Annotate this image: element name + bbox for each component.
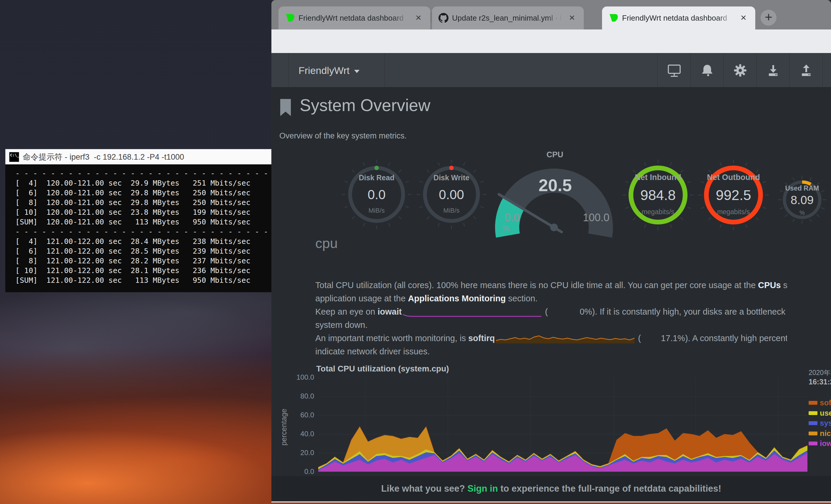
- terminal-line: - - - - - - - - - - - - - - - - - - - - …: [15, 169, 271, 178]
- page-title: System Overview: [300, 95, 430, 115]
- browser-toolbar: 不安全 192.168.2.1:19999/#menu_system_subme…: [271, 29, 831, 53]
- svg-text:Net Inbound: Net Inbound: [635, 173, 681, 182]
- legend-label: iowait: [820, 439, 831, 448]
- gauge-disk-write[interactable]: Disk Write0.00MiB/s: [413, 156, 490, 233]
- svg-text:8.09: 8.09: [791, 194, 813, 207]
- netdata-header: FriendlyWrt: [271, 53, 831, 88]
- import-icon[interactable]: [756, 53, 790, 88]
- cpu-utilization-chart[interactable]: [318, 378, 807, 472]
- chart-ytick: 20.0: [283, 449, 314, 457]
- svg-text:Used RAM: Used RAM: [785, 184, 819, 192]
- terminal-titlebar[interactable]: C:\_ 命令提示符 - iperf3 -c 192.168.1.2 -P4 -…: [5, 149, 271, 165]
- gauge-net-inbound[interactable]: Net Inbound984.8megabits/s: [618, 155, 698, 235]
- svg-text:984.8: 984.8: [640, 187, 676, 203]
- signin-bar: Like what you see? Sign in to experience…: [271, 476, 831, 501]
- alarms-icon[interactable]: [690, 53, 723, 88]
- gauge-net-outbound[interactable]: Net Outbound992.5megabits/s: [694, 155, 773, 235]
- legend-date: 2020年3: [809, 368, 831, 377]
- doc-link[interactable]: Applications Monitoring: [408, 294, 506, 303]
- terminal-line: [ 6] 121.00-122.00 sec 28.5 MBytes 239 M…: [15, 246, 271, 256]
- gauge-cpu-text: CPU: [537, 150, 573, 159]
- svg-text:992.5: 992.5: [716, 187, 751, 203]
- terminal-line: [ 4] 120.00-121.00 sec 29.9 MBytes 251 M…: [15, 178, 271, 188]
- terminal-output: - - - - - - - - - - - - - - - - - - - - …: [5, 165, 271, 292]
- svg-text:MiB/s: MiB/s: [443, 207, 460, 214]
- chart-ytick: 60.0: [283, 411, 314, 419]
- netdata-icon: [608, 13, 619, 23]
- chart-ytick: 0.0: [283, 468, 314, 476]
- tab-close-icon[interactable]: ×: [412, 12, 424, 24]
- svg-text:megabits/s: megabits/s: [641, 208, 674, 216]
- header-buttons: [657, 53, 823, 88]
- terminal-line: [SUM] 121.00-122.00 sec 113 MBytes 950 M…: [15, 275, 271, 285]
- cpu-description-line: indicate network driver issues.: [315, 345, 787, 358]
- inline-sparkline: [403, 308, 541, 318]
- tab-close-icon[interactable]: ×: [738, 12, 749, 24]
- legend-item-softirq[interactable]: softirq: [809, 398, 831, 407]
- chart-ytick: 100.0: [283, 373, 314, 382]
- chevron-down-icon: [354, 70, 360, 73]
- gauge-disk-read[interactable]: Disk Read0.0MiB/s: [338, 156, 415, 233]
- dashboard-content: System Overview Overview of the key syst…: [271, 88, 831, 476]
- legend-item-iowait[interactable]: iowait: [809, 439, 831, 448]
- terminal-line: [ 10] 120.00-121.00 sec 23.8 MBytes 199 …: [15, 207, 271, 217]
- legend-item-system[interactable]: system: [809, 419, 831, 427]
- browser-tab[interactable]: FriendlyWrt netdata dashboard×: [602, 6, 755, 29]
- legend-label: user: [820, 409, 831, 417]
- svg-text:Net Outbound: Net Outbound: [707, 173, 760, 182]
- github-icon: [438, 13, 449, 23]
- signin-suffix: to experience the full-range of netdata …: [498, 483, 721, 494]
- browser-window: + FriendlyWrt netdata dashboard×Update r…: [271, 0, 831, 503]
- cpu-description-line: An important metric worth monitoring, is…: [315, 332, 787, 345]
- cpu-description: Total CPU utilization (all cores). 100% …: [315, 279, 787, 358]
- legend-swatch: [809, 421, 818, 425]
- svg-text:MiB/s: MiB/s: [369, 207, 385, 214]
- tab-close-icon[interactable]: ×: [566, 12, 578, 24]
- tab-strip: + FriendlyWrt netdata dashboard×Update r…: [271, 0, 831, 29]
- settings-icon[interactable]: [723, 53, 756, 88]
- tab-title: FriendlyWrt netdata dashboard: [298, 13, 408, 23]
- terminal-line: [SUM] 120.00-121.00 sec 113 MBytes 950 M…: [15, 217, 271, 227]
- netdata-icon: [285, 13, 295, 23]
- legend-swatch: [809, 442, 818, 445]
- cpu-description-line: system down.: [315, 319, 787, 332]
- legend-label: softirq: [820, 398, 831, 407]
- browser-tab[interactable]: FriendlyWrt netdata dashboard×: [279, 6, 430, 29]
- tab-title: FriendlyWrt netdata dashboard: [622, 13, 734, 23]
- legend-swatch: [809, 432, 818, 435]
- new-tab-button[interactable]: +: [761, 10, 776, 26]
- legend-item-nice[interactable]: nice: [809, 429, 831, 438]
- chart-ytick: 80.0: [283, 392, 314, 400]
- terminal-window: C:\_ 命令提示符 - iperf3 -c 192.168.1.2 -P4 -…: [5, 149, 271, 292]
- page-subtitle: Overview of the key system metrics.: [279, 131, 407, 141]
- legend-swatch: [809, 411, 818, 415]
- tab-title: Update r2s_lean_minimal.yml · k: [452, 13, 562, 23]
- terminal-line: [ 10] 121.00-122.00 sec 28.1 MBytes 236 …: [15, 266, 271, 275]
- terminal-line: [ 4] 121.00-122.00 sec 28.4 MBytes 238 M…: [15, 237, 271, 246]
- svg-text:0.00: 0.00: [439, 187, 464, 202]
- svg-text:Disk Read: Disk Read: [359, 174, 395, 182]
- chart-title: Total CPU utilization (system.cpu): [316, 364, 449, 374]
- signin-prefix: Like what you see?: [381, 483, 467, 494]
- gauge-cpu-text: %: [497, 224, 515, 232]
- legend-swatch: [809, 401, 818, 405]
- terminal-line: [ 6] 120.00-121.00 sec 29.8 MBytes 250 M…: [15, 188, 271, 198]
- gauge-used-ram[interactable]: Used RAM8.09%: [774, 172, 830, 228]
- legend-item-user[interactable]: user: [809, 409, 831, 417]
- cmd-icon: C:\_: [9, 152, 19, 162]
- hostname-dropdown[interactable]: FriendlyWrt: [298, 53, 360, 88]
- section-heading-cpu: cpu: [315, 235, 338, 251]
- browser-tab[interactable]: Update r2s_lean_minimal.yml · k×: [432, 6, 584, 29]
- signin-link[interactable]: Sign in: [467, 483, 498, 494]
- terminal-line: [ 8] 120.00-121.00 sec 29.8 MBytes 250 M…: [15, 198, 271, 207]
- bookmark-icon: [279, 98, 292, 117]
- screen-icon[interactable]: [657, 53, 690, 88]
- terminal-line: - - - - - - - - - - - - - - - - - - - - …: [15, 227, 271, 237]
- terminal-line: [ 8] 121.00-122.00 sec 28.2 MBytes 237 M…: [15, 256, 271, 266]
- export-icon[interactable]: [790, 53, 823, 88]
- gauge-cpu-text: 20.5: [532, 175, 579, 195]
- gauge-cpu-text: 100.0: [577, 211, 615, 224]
- terminal-title: 命令提示符 - iperf3 -c 192.168.1.2 -P4 -t1000: [23, 152, 184, 162]
- legend-label: nice: [820, 429, 831, 438]
- doc-link[interactable]: CPUs: [758, 280, 781, 290]
